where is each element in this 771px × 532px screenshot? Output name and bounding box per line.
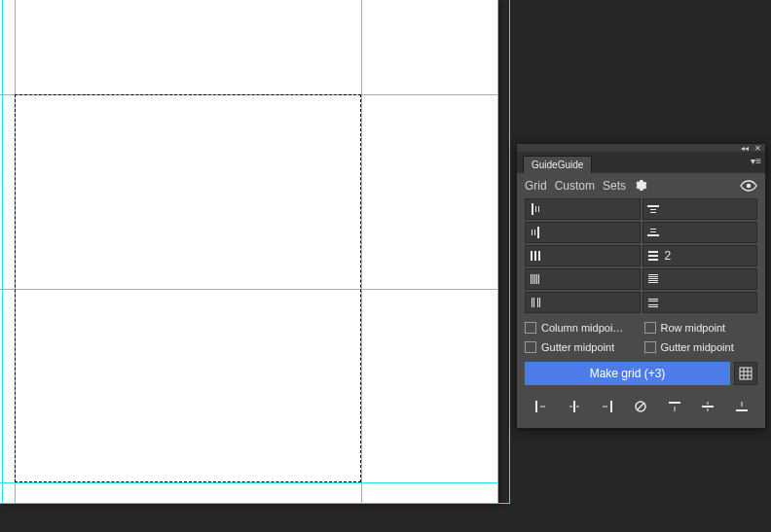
guide-horizontal[interactable] (0, 482, 498, 483)
mode-sets[interactable]: Sets (603, 179, 626, 193)
row-height-input[interactable] (642, 268, 758, 290)
column-width-input[interactable] (525, 268, 641, 290)
svg-rect-24 (648, 274, 658, 275)
svg-rect-30 (533, 298, 534, 307)
clear-guides-icon[interactable] (625, 395, 656, 418)
panel-body: Grid Custom Sets (517, 173, 765, 428)
guide-vertical[interactable] (15, 0, 16, 503)
mode-selector-row: Grid Custom Sets (525, 179, 757, 193)
svg-rect-5 (650, 209, 656, 210)
panel-flyout-menu-icon[interactable]: ▾≡ (751, 156, 761, 166)
svg-rect-22 (536, 274, 537, 284)
column-count-input[interactable] (525, 245, 641, 266)
row-gutter-input[interactable] (642, 292, 758, 313)
top-margin-icon (647, 203, 659, 215)
panel-tab-row: GuideGuide ▾≡ (517, 152, 765, 173)
svg-rect-19 (531, 274, 532, 284)
bottom-margin-icon (647, 227, 659, 238)
svg-rect-28 (648, 282, 658, 283)
svg-rect-1 (532, 203, 533, 215)
column-gutter-input[interactable] (525, 292, 641, 313)
guide-horizontal[interactable] (0, 94, 498, 95)
svg-rect-16 (648, 251, 658, 253)
input-value: 2 (665, 249, 672, 263)
svg-point-0 (747, 184, 751, 188)
tab-guideguide[interactable]: GuideGuide (523, 156, 592, 173)
eye-icon[interactable] (740, 180, 757, 192)
checkbox-label: Column midpoi… (541, 322, 623, 334)
svg-rect-20 (532, 274, 533, 284)
columns-icon (530, 250, 541, 262)
panel-collapse-bar[interactable]: ◂◂ ✕ (517, 144, 765, 152)
mode-custom[interactable]: Custom (555, 179, 595, 193)
svg-rect-3 (538, 206, 539, 212)
top-margin-input[interactable] (642, 198, 758, 220)
svg-rect-12 (647, 234, 659, 236)
checkbox-label: Gutter midpoint (661, 341, 734, 353)
svg-rect-15 (538, 251, 540, 261)
guide-horizontal[interactable] (0, 289, 498, 290)
column-midpoint-checkbox[interactable]: Column midpoi… (525, 319, 639, 337)
save-grid-icon-button[interactable] (734, 362, 757, 385)
rows-icon (647, 250, 659, 262)
svg-rect-32 (539, 298, 540, 307)
svg-rect-13 (531, 251, 532, 261)
guide-top-edge-icon[interactable] (659, 395, 690, 418)
make-grid-button[interactable]: Make grid (+3) (525, 362, 730, 385)
svg-rect-9 (537, 227, 539, 238)
guide-vertical[interactable] (2, 0, 3, 503)
bottom-margin-input[interactable] (642, 222, 758, 243)
svg-rect-21 (534, 274, 535, 284)
svg-rect-27 (648, 280, 658, 281)
svg-rect-23 (538, 274, 539, 284)
gear-icon[interactable] (634, 179, 647, 193)
svg-rect-14 (534, 251, 536, 261)
svg-rect-17 (648, 255, 658, 257)
make-grid-row: Make grid (+3) (525, 362, 757, 385)
svg-rect-10 (650, 229, 656, 230)
svg-rect-31 (537, 298, 538, 307)
column-gutter-midpoint-checkbox[interactable]: Gutter midpoint (525, 338, 639, 356)
row-gutter-icon (647, 297, 659, 308)
guide-vertical[interactable] (361, 0, 362, 503)
guide-vertical-midpoint-icon[interactable] (692, 395, 723, 418)
left-margin-input[interactable] (525, 198, 641, 220)
row-height-icon (647, 273, 659, 285)
mode-grid[interactable]: Grid (525, 179, 547, 193)
checkbox-label: Gutter midpoint (541, 341, 614, 353)
left-margin-icon (530, 203, 541, 215)
svg-rect-18 (648, 259, 658, 261)
svg-rect-37 (740, 368, 752, 379)
svg-rect-35 (648, 304, 658, 305)
checkbox-label: Row midpoint (661, 322, 726, 334)
guide-bottom-edge-icon[interactable] (726, 395, 757, 418)
row-count-input[interactable]: 2 (642, 245, 758, 266)
grid-icon (739, 367, 753, 380)
svg-line-50 (638, 404, 644, 410)
guide-horizontal[interactable] (0, 503, 510, 504)
guide-left-edge-icon[interactable] (525, 395, 556, 418)
right-margin-input[interactable] (525, 222, 641, 243)
svg-rect-4 (647, 205, 659, 207)
svg-rect-34 (648, 301, 658, 301)
quick-guide-toolbar (525, 395, 757, 418)
document-canvas[interactable] (0, 0, 510, 532)
svg-rect-25 (648, 276, 658, 277)
guide-right-edge-icon[interactable] (592, 395, 623, 418)
guide-vertical[interactable] (497, 0, 498, 503)
svg-rect-7 (532, 230, 532, 235)
guide-horizontal-midpoint-icon[interactable] (558, 395, 589, 418)
column-gutter-icon (530, 297, 541, 308)
svg-rect-2 (535, 206, 536, 212)
document-page[interactable] (0, 0, 498, 503)
guideguide-panel: ◂◂ ✕ GuideGuide ▾≡ Grid Custom Sets (516, 143, 766, 429)
right-margin-icon (530, 227, 541, 238)
column-width-icon (530, 273, 541, 285)
svg-rect-29 (532, 298, 532, 307)
svg-rect-6 (650, 212, 656, 213)
svg-rect-11 (650, 231, 656, 232)
svg-rect-36 (648, 306, 658, 307)
svg-rect-33 (648, 299, 658, 300)
row-gutter-midpoint-checkbox[interactable]: Gutter midpoint (644, 338, 758, 356)
row-midpoint-checkbox[interactable]: Row midpoint (644, 319, 758, 337)
